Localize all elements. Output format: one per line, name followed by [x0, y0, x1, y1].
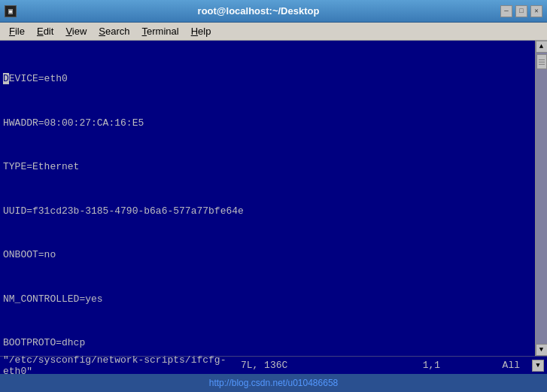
- close-button[interactable]: ✕: [530, 5, 542, 17]
- terminal-icon: ▣: [5, 5, 17, 17]
- scroll-track: [536, 53, 547, 344]
- editor-line-2: HWADDR=08:00:27:CA:16:E5: [3, 116, 532, 131]
- editor-line-5: ONBOOT=no: [3, 248, 532, 263]
- menu-bar: File Edit View Search Terminal Help: [0, 23, 547, 41]
- menu-search[interactable]: Search: [93, 24, 135, 38]
- window-title: root@localhost:~/Desktop: [17, 5, 500, 17]
- scroll-down-button[interactable]: ▼: [536, 344, 548, 356]
- status-scroll: All: [503, 360, 520, 371]
- editor-content[interactable]: DEVICE=eth0 HWADDR=08:00:27:CA:16:E5 TYP…: [0, 41, 535, 356]
- menu-view[interactable]: View: [59, 24, 93, 38]
- link-bar: http://blog.csdn.net/u010486658: [0, 374, 547, 392]
- title-bar: ▣ root@localhost:~/Desktop ─ □ ✕: [0, 0, 547, 23]
- menu-file[interactable]: File: [3, 24, 31, 38]
- minimize-button[interactable]: ─: [500, 5, 512, 17]
- status-position: 1,1: [423, 360, 440, 371]
- csdn-link[interactable]: http://blog.csdn.net/u010486658: [209, 378, 338, 388]
- scrollbar[interactable]: ▲ ▼: [535, 41, 547, 356]
- editor-line-1: DEVICE=eth0: [3, 71, 532, 87]
- editor-line-6: NM_CONTROLLED=yes: [3, 292, 532, 307]
- status-bar: "/etc/sysconfig/network-scripts/ifcfg-et…: [0, 356, 547, 374]
- scroll-thumb[interactable]: [536, 54, 547, 69]
- scroll-thumb-grip: [539, 59, 545, 65]
- editor-line-3: TYPE=Ethernet: [3, 160, 532, 175]
- status-filename: "/etc/sysconfig/network-scripts/ifcfg-et…: [3, 354, 235, 377]
- menu-help[interactable]: Help: [185, 24, 217, 38]
- menu-terminal[interactable]: Terminal: [136, 24, 185, 38]
- menu-edit[interactable]: Edit: [31, 24, 59, 38]
- maximize-button[interactable]: □: [515, 5, 527, 17]
- window-controls: ─ □ ✕: [500, 5, 542, 17]
- scroll-up-button[interactable]: ▲: [536, 41, 548, 53]
- status-line-count: 7L, 136C: [241, 360, 287, 371]
- editor-line-7: BOOTPROTO=dhcp: [3, 336, 532, 351]
- editor-container: DEVICE=eth0 HWADDR=08:00:27:CA:16:E5 TYP…: [0, 41, 547, 356]
- status-scroll-down[interactable]: ▼: [532, 360, 544, 372]
- editor-line-4: UUID=f31cd23b-3185-4790-b6a6-577a77bfe64…: [3, 204, 532, 219]
